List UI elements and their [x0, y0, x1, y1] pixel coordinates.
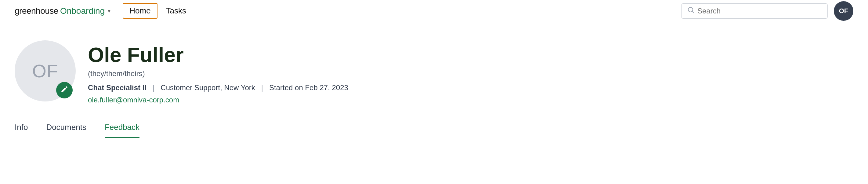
profile-department: Customer Support, New York [160, 83, 255, 92]
search-input[interactable] [698, 7, 821, 15]
profile-started: Started on Feb 27, 2023 [269, 83, 348, 92]
tab-documents[interactable]: Documents [46, 123, 86, 138]
svg-line-1 [692, 11, 694, 13]
profile-role: Chat Specialist II [88, 83, 147, 92]
brand-greenhouse-label: greenhouse [14, 6, 58, 16]
nav-links: Home Tasks [123, 3, 192, 19]
profile-pronouns: (they/them/theirs) [88, 70, 348, 78]
nav-tasks-link[interactable]: Tasks [160, 4, 192, 18]
profile-info: Ole Fuller (they/them/theirs) Chat Speci… [88, 41, 348, 104]
brand[interactable]: greenhouse Onboarding ▾ [14, 6, 111, 16]
profile-meta: Chat Specialist II | Customer Support, N… [88, 83, 348, 92]
navbar: greenhouse Onboarding ▾ Home Tasks OF [0, 0, 868, 22]
tab-feedback[interactable]: Feedback [105, 123, 140, 138]
edit-icon [60, 85, 68, 95]
tab-info[interactable]: Info [14, 123, 28, 138]
edit-profile-button[interactable] [56, 82, 73, 99]
nav-right: OF [681, 1, 854, 21]
profile-name: Ole Fuller [88, 44, 348, 66]
search-icon [688, 7, 694, 15]
profile-section: OF Ole Fuller (they/them/theirs) Chat Sp… [0, 22, 868, 104]
nav-user-avatar[interactable]: OF [834, 1, 854, 21]
meta-separator-1: | [153, 83, 154, 92]
brand-chevron-icon: ▾ [108, 8, 111, 15]
meta-separator-2: | [261, 83, 263, 92]
nav-home-link[interactable]: Home [123, 3, 157, 19]
profile-email-link[interactable]: ole.fuller@omniva-corp.com [88, 96, 179, 104]
svg-point-0 [688, 7, 693, 12]
tabs-section: Info Documents Feedback [0, 110, 868, 138]
nav-left: greenhouse Onboarding ▾ Home Tasks [14, 3, 192, 19]
brand-onboarding-label: Onboarding [60, 6, 105, 16]
profile-avatar-wrapper: OF [14, 41, 76, 102]
search-box[interactable] [681, 3, 828, 19]
